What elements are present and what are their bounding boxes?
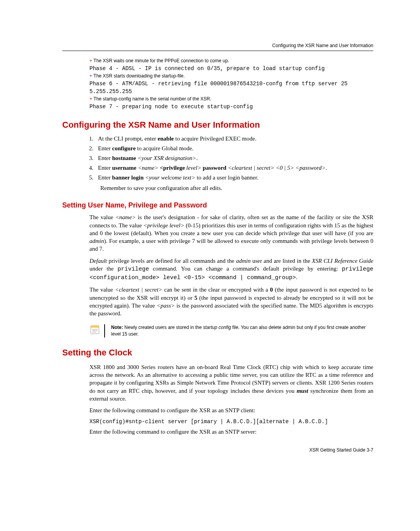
body-italic: admin <box>236 258 251 264</box>
step-bold: hostname <box>112 155 136 161</box>
body-bolditalic: must <box>297 388 308 394</box>
plus-icon: + <box>89 58 92 64</box>
step-bold: banner login <box>112 174 144 181</box>
body-text: user and are listed in the <box>250 258 312 264</box>
body-mono: privilege <box>117 266 149 273</box>
code-line: Phase 6 - ATM/ADSL - retrieving file 000… <box>89 81 373 87</box>
annot-line: + The XSR waits one minute for the PPPoE… <box>89 58 373 64</box>
annot-text: The XSR waits one minute for the PPPoE c… <box>93 58 229 63</box>
plus-icon: + <box>89 97 92 102</box>
body-italic: <name> <box>115 214 136 220</box>
body-italic: admin <box>89 238 104 244</box>
body-bold: 0 <box>270 287 273 293</box>
body-italic: <cleartext | secret> <box>115 287 163 293</box>
step-4: Enter username <name> <privilege level> … <box>95 165 373 171</box>
step-text: Enter <box>98 155 112 161</box>
heading-setting-clock: Setting the Clock <box>62 348 373 358</box>
paragraph: XSR 1800 and 3000 Series routers have an… <box>89 363 373 403</box>
annot-line: + The XSR starts downloading the startup… <box>89 73 373 79</box>
preamble-block: + The XSR waits one minute for the PPPoE… <box>89 58 373 110</box>
body-text: privilege levels are defined for all com… <box>107 258 236 264</box>
paragraph: Enter the following command to configure… <box>89 406 373 414</box>
code-line: XSR(config)#sntp-client server [primary … <box>89 418 373 426</box>
body-italic: XSR CLI Reference Guide <box>312 258 373 264</box>
body-italic: Default <box>89 258 107 264</box>
step-italic: <name> <box>136 165 160 171</box>
note-body: Newly created users are stored in the <box>123 325 203 330</box>
note-box: Note: Newly created users are stored in … <box>89 324 373 338</box>
step-2: Enter configure to acquire Global mode. <box>95 145 373 152</box>
step-text: to acquire Privileged EXEC mode. <box>174 135 256 142</box>
header-right: Configuring the XSR Name and User Inform… <box>62 43 373 48</box>
code-line: Phase 7 - preparing node to execute star… <box>89 104 373 110</box>
note-text: Note: Newly created users are stored in … <box>109 324 373 338</box>
plus-icon: + <box>89 74 92 79</box>
body-text: command. You can change a command's defa… <box>149 266 342 272</box>
remember-line: Remember to save your configuration afte… <box>100 184 373 192</box>
note-label: Note: <box>111 325 123 330</box>
body-text: The value <box>89 287 115 293</box>
step-bold: <privilege <box>160 165 185 171</box>
body-italic: <pass> <box>157 302 175 309</box>
annot-text: The startup-config name is the serial nu… <box>93 96 211 102</box>
step-bold: username <box>112 165 136 171</box>
paragraph: The value <cleartext | secret> can be se… <box>89 286 373 317</box>
page: Configuring the XSR Name and User Inform… <box>0 0 420 476</box>
note-divider <box>104 324 105 338</box>
step-text: Enter <box>98 145 112 151</box>
step-text: to add a user login banner. <box>195 174 258 181</box>
step-text: to acquire Global mode. <box>136 145 194 151</box>
annot-text: The XSR starts downloading the startup-f… <box>93 73 185 79</box>
body-text: . <box>296 274 298 280</box>
step-3: Enter hostname <your XSR designation>. <box>95 155 373 162</box>
step-italic: <your XSR designation> <box>136 155 196 161</box>
step-text: Enter <box>98 174 112 181</box>
step-text: . <box>196 155 198 161</box>
code-line: Phase 4 - ADSL - IP is connected on 0/35… <box>89 65 373 72</box>
body-text: under the <box>89 266 117 272</box>
body-section: The value <name> is the user's designati… <box>89 213 373 317</box>
svg-rect-1 <box>91 326 99 328</box>
step-bold: enable <box>158 135 174 142</box>
code-line: 5.255.255.255 <box>89 88 373 95</box>
paragraph: The value <name> is the user's designati… <box>89 213 373 253</box>
step-text: At the CLI prompt, enter <box>98 135 158 142</box>
step-bold: configure <box>112 145 136 151</box>
header-rule <box>62 51 373 51</box>
body-text: The value <box>89 214 115 220</box>
step-bold: password <box>203 165 226 171</box>
note-italic: startup config <box>203 325 231 330</box>
body-text: can be sent in the clear or encrypted wi… <box>162 287 270 293</box>
paragraph: Enter the following command to configure… <box>89 428 373 436</box>
step-text: . <box>326 165 327 171</box>
heading-setting-user: Setting User Name, Privilege and Passwor… <box>62 201 373 209</box>
heading-configuring: Configuring the XSR Name and User Inform… <box>62 120 373 130</box>
steps-list: At the CLI prompt, enter enable to acqui… <box>89 135 373 181</box>
step-italic: <your welcome text> <box>144 174 195 181</box>
body-text: ). For example, a user with privilege 7 … <box>89 238 373 252</box>
body-italic: <privilege level> <box>143 222 184 229</box>
paragraph: Default privilege levels are defined for… <box>89 257 373 282</box>
annot-line: + The startup-config name is the serial … <box>89 96 373 102</box>
note-icon <box>89 324 100 335</box>
step-5: Enter banner login <your welcome text> t… <box>95 174 373 181</box>
page-footer: XSR Getting Started Guide 3-7 <box>62 447 373 453</box>
step-italic: <cleartext | secret> <0 | 5> <password> <box>226 165 326 171</box>
clock-section: XSR 1800 and 3000 Series routers have an… <box>89 363 373 436</box>
step-text: Enter <box>98 165 112 171</box>
step-italic: level> <box>185 165 203 171</box>
step-1: At the CLI prompt, enter enable to acqui… <box>95 135 373 142</box>
